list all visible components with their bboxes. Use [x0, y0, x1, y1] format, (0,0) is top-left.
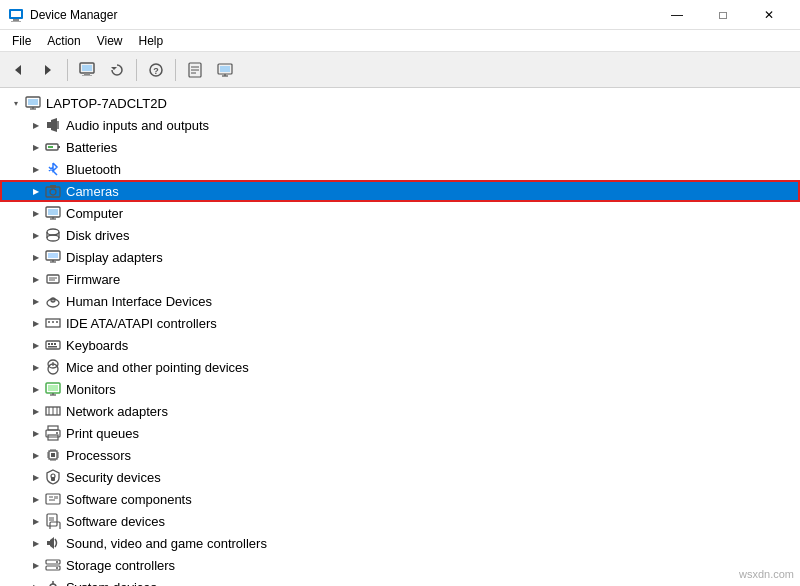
security-icon — [44, 468, 62, 486]
keyboards-label: Keyboards — [66, 338, 128, 353]
ide-icon — [44, 314, 62, 332]
tree-item-bluetooth[interactable]: ▶Bluetooth — [0, 158, 800, 180]
disk-icon — [44, 226, 62, 244]
system-label: System devices — [66, 580, 157, 587]
tree-item-software-components[interactable]: ▶Software components — [0, 488, 800, 510]
svg-point-32 — [50, 189, 56, 195]
menu-bar: File Action View Help — [0, 30, 800, 52]
audio-icon — [44, 116, 62, 134]
ide-expand-icon: ▶ — [28, 315, 44, 331]
sound-label: Sound, video and game controllers — [66, 536, 267, 551]
tree-item-firmware[interactable]: ▶Firmware — [0, 268, 800, 290]
software-components-icon — [44, 490, 62, 508]
tree-item-display[interactable]: ▶Display adapters — [0, 246, 800, 268]
computer-icon — [44, 204, 62, 222]
svg-rect-2 — [13, 19, 19, 21]
software-components-expand-icon: ▶ — [28, 491, 44, 507]
root-node[interactable]: ▾ LAPTOP-7ADCLT2D — [0, 92, 800, 114]
tree-item-cameras[interactable]: ▶Cameras — [0, 180, 800, 202]
minimize-button[interactable]: — — [654, 0, 700, 30]
disk-expand-icon: ▶ — [28, 227, 44, 243]
tree-item-mice[interactable]: ▶Mice and other pointing devices — [0, 356, 800, 378]
audio-label: Audio inputs and outputs — [66, 118, 209, 133]
software-devices-label: Software devices — [66, 514, 165, 529]
svg-rect-59 — [54, 343, 56, 345]
tree-item-system[interactable]: ▶System devices — [0, 576, 800, 586]
mice-expand-icon: ▶ — [28, 359, 44, 375]
back-button[interactable] — [4, 57, 32, 83]
root-icon — [24, 94, 42, 112]
forward-button[interactable] — [34, 57, 62, 83]
menu-file[interactable]: File — [4, 32, 39, 50]
svg-rect-65 — [48, 385, 58, 391]
tree-item-hid[interactable]: ▶Human Interface Devices — [0, 290, 800, 312]
tree-item-security[interactable]: ▶Security devices — [0, 466, 800, 488]
root-expand-icon: ▾ — [8, 95, 24, 111]
system-expand-icon: ▶ — [28, 579, 44, 586]
close-button[interactable]: ✕ — [746, 0, 792, 30]
svg-text:?: ? — [153, 66, 159, 76]
svg-rect-9 — [82, 75, 92, 76]
svg-rect-43 — [48, 253, 58, 258]
tree-item-software-devices[interactable]: ▶Software devices — [0, 510, 800, 532]
tree-item-sound[interactable]: ▶Sound, video and game controllers — [0, 532, 800, 554]
tree-item-network[interactable]: ▶Network adapters — [0, 400, 800, 422]
security-expand-icon: ▶ — [28, 469, 44, 485]
bluetooth-icon — [44, 160, 62, 178]
help-button[interactable]: ? — [142, 57, 170, 83]
svg-rect-22 — [28, 99, 38, 105]
svg-rect-30 — [48, 146, 53, 148]
svg-marker-26 — [51, 118, 57, 132]
bluetooth-label: Bluetooth — [66, 162, 121, 177]
cameras-label: Cameras — [66, 184, 119, 199]
svg-rect-3 — [11, 21, 21, 22]
maximize-button[interactable]: □ — [700, 0, 746, 30]
svg-rect-29 — [58, 146, 60, 148]
svg-rect-1 — [11, 11, 21, 17]
svg-point-41 — [47, 235, 59, 241]
refresh-button[interactable] — [103, 57, 131, 83]
tree-item-keyboards[interactable]: ▶Keyboards — [0, 334, 800, 356]
device-tree[interactable]: ▾ LAPTOP-7ADCLT2D ▶Audio inputs and outp… — [0, 88, 800, 586]
tree-item-processors[interactable]: ▶Processors — [0, 444, 800, 466]
computer-expand-icon: ▶ — [28, 205, 44, 221]
tree-item-disk[interactable]: ▶Disk drives — [0, 224, 800, 246]
tree-item-audio[interactable]: ▶Audio inputs and outputs — [0, 114, 800, 136]
tree-item-storage[interactable]: ▶Storage controllers — [0, 554, 800, 576]
hid-label: Human Interface Devices — [66, 294, 212, 309]
display-label: Display adapters — [66, 250, 163, 265]
svg-point-75 — [56, 432, 58, 434]
monitors-expand-icon: ▶ — [28, 381, 44, 397]
svg-rect-7 — [82, 65, 92, 71]
svg-rect-52 — [46, 319, 60, 327]
app-icon — [8, 7, 24, 23]
menu-action[interactable]: Action — [39, 32, 88, 50]
display-expand-icon: ▶ — [28, 249, 44, 265]
svg-rect-60 — [48, 346, 57, 348]
sound-expand-icon: ▶ — [28, 535, 44, 551]
storage-label: Storage controllers — [66, 558, 175, 573]
tree-item-ide[interactable]: ▶IDE ATA/ATAPI controllers — [0, 312, 800, 334]
computer-label: Computer — [66, 206, 123, 221]
tree-item-batteries[interactable]: ▶Batteries — [0, 136, 800, 158]
svg-rect-33 — [50, 185, 56, 188]
toolbar: ? — [0, 52, 800, 88]
svg-rect-18 — [220, 66, 230, 72]
bluetooth-expand-icon: ▶ — [28, 161, 44, 177]
software-devices-icon — [44, 512, 62, 530]
keyboards-icon — [44, 336, 62, 354]
monitor-button[interactable] — [211, 57, 239, 83]
processors-icon — [44, 446, 62, 464]
svg-point-104 — [56, 561, 58, 563]
tree-item-print[interactable]: ▶Print queues — [0, 422, 800, 444]
svg-rect-25 — [47, 122, 51, 128]
software-components-label: Software components — [66, 492, 192, 507]
svg-rect-95 — [54, 496, 58, 499]
tree-item-monitors[interactable]: ▶Monitors — [0, 378, 800, 400]
tree-item-computer[interactable]: ▶Computer — [0, 202, 800, 224]
computer-button[interactable] — [73, 57, 101, 83]
menu-view[interactable]: View — [89, 32, 131, 50]
network-label: Network adapters — [66, 404, 168, 419]
menu-help[interactable]: Help — [131, 32, 172, 50]
properties-button[interactable] — [181, 57, 209, 83]
